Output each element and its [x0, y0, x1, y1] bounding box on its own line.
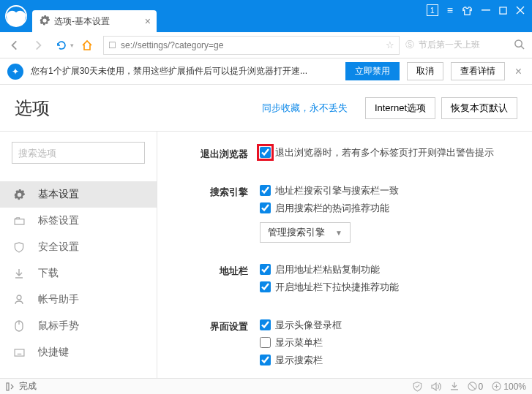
section-ui-label: 界面设置 — [172, 319, 260, 371]
tab-close-icon[interactable]: × — [145, 15, 151, 27]
sidebar-item-tabs[interactable]: 标签设置 — [0, 208, 157, 234]
shield-status-icon[interactable] — [413, 382, 422, 392]
download-icon — [13, 268, 25, 279]
sidebar-item-label: 下载 — [38, 267, 59, 280]
restore-defaults-button[interactable]: 恢复本页默认 — [441, 97, 517, 119]
browser-tab[interactable]: 选项-基本设置 × — [32, 10, 157, 32]
user-icon — [13, 295, 25, 305]
cancel-button[interactable]: 取消 — [407, 62, 443, 80]
address-bar[interactable]: ☐ se://settings/?category=ge ☆ — [103, 36, 400, 55]
search-icon[interactable] — [514, 39, 525, 52]
exit-warning-checkbox[interactable]: 退出浏览器时，若有多个标签页打开则弹出警告提示 — [260, 146, 512, 159]
sidebar-item-security[interactable]: 安全设置 — [0, 234, 157, 260]
sogou-icon[interactable]: Ⓢ — [405, 39, 414, 51]
banner-close-icon[interactable]: × — [512, 65, 525, 78]
home-button[interactable] — [77, 35, 97, 56]
back-button[interactable] — [4, 35, 25, 56]
show-menubar-checkbox[interactable]: 显示菜单栏 — [260, 336, 512, 349]
manage-search-engines-dropdown[interactable]: 管理搜索引擎 ▼ — [260, 222, 351, 243]
url-text: se://settings/?category=ge — [121, 40, 386, 50]
status-text: 完成 — [19, 380, 37, 393]
tab-title: 选项-基本设置 — [54, 15, 145, 28]
sidebar-item-label: 快捷键 — [38, 346, 69, 359]
show-avatar-checkbox[interactable]: 显示头像登录框 — [260, 319, 512, 332]
disable-now-button[interactable]: 立即禁用 — [345, 62, 400, 80]
gear-icon — [13, 189, 25, 200]
address-paste-checkbox[interactable]: 启用地址栏粘贴复制功能 — [260, 263, 512, 276]
svg-point-5 — [17, 295, 21, 300]
sidebar-item-shortcuts[interactable]: 快捷键 — [0, 339, 157, 365]
sidebar-item-label: 基本设置 — [38, 188, 79, 201]
search-options-input[interactable] — [12, 142, 145, 164]
sidebar-item-label: 安全设置 — [38, 240, 79, 254]
section-search-label: 搜索引擎 — [172, 184, 260, 243]
sidebar-item-download[interactable]: 下载 — [0, 260, 157, 287]
svg-point-3 — [515, 39, 522, 46]
minimize-icon[interactable] — [482, 6, 490, 15]
browser-logo — [0, 0, 32, 32]
extension-icon: ✦ — [7, 64, 23, 80]
search-hotwords-checkbox[interactable]: 启用搜索栏的热词推荐功能 — [260, 202, 512, 215]
page-title: 选项 — [15, 96, 262, 120]
section-exit-label: 退出浏览器 — [172, 146, 260, 164]
sidebar-item-basic[interactable]: 基本设置 — [0, 181, 157, 208]
mouse-icon — [13, 320, 25, 332]
maximize-icon[interactable] — [499, 7, 507, 15]
svg-rect-2 — [500, 7, 506, 13]
favorite-icon[interactable]: ☆ — [386, 39, 394, 50]
forward-button[interactable] — [28, 35, 48, 56]
sidebar-item-account[interactable]: 帐号助手 — [0, 287, 157, 313]
internet-options-button[interactable]: Internet选项 — [365, 97, 435, 119]
sidebar-item-label: 帐号助手 — [38, 293, 79, 306]
search-consistent-checkbox[interactable]: 地址栏搜索引擎与搜索栏一致 — [260, 184, 512, 197]
sidebar-toggle-icon[interactable] — [6, 382, 15, 391]
svg-rect-7 — [15, 349, 24, 355]
sound-icon[interactable] — [431, 382, 441, 391]
svg-rect-8 — [7, 383, 9, 390]
svg-rect-1 — [482, 10, 490, 11]
banner-message: 您有1个扩展30天未使用，禁用这些扩展插件后可以提升浏览器打开速... — [31, 65, 338, 77]
view-details-button[interactable]: 查看详情 — [451, 62, 505, 80]
reload-chevron-icon[interactable]: ▾ — [70, 42, 74, 49]
reload-button[interactable] — [51, 35, 72, 56]
section-address-label: 地址栏 — [172, 263, 260, 298]
block-count-icon[interactable]: 0 — [468, 382, 484, 392]
keyboard-icon — [13, 349, 25, 357]
menu-icon[interactable]: ≡ — [447, 4, 453, 16]
address-suggest-checkbox[interactable]: 开启地址栏下拉快捷推荐功能 — [260, 281, 512, 294]
show-searchbar-checkbox[interactable]: 显示搜索栏 — [260, 354, 512, 367]
sidebar-item-label: 标签设置 — [38, 214, 79, 227]
download-status-icon[interactable] — [450, 382, 459, 391]
chevron-down-icon: ▼ — [335, 229, 342, 237]
window-count-badge[interactable]: 1 — [427, 4, 438, 16]
sidebar-item-gestures[interactable]: 鼠标手势 — [0, 313, 157, 339]
tabs-icon — [13, 217, 25, 225]
svg-rect-4 — [15, 219, 24, 224]
shield-icon — [13, 242, 25, 253]
gear-icon — [40, 15, 50, 28]
search-hint: 节后第一天上班 — [419, 39, 480, 51]
zoom-control[interactable]: 100% — [492, 382, 526, 392]
page-icon: ☐ — [108, 40, 116, 50]
sync-favorites-link[interactable]: 同步收藏，永不丢失 — [262, 102, 348, 115]
skin-icon[interactable] — [462, 5, 473, 16]
close-window-icon[interactable] — [516, 6, 525, 15]
sidebar-item-label: 鼠标手势 — [38, 319, 79, 333]
